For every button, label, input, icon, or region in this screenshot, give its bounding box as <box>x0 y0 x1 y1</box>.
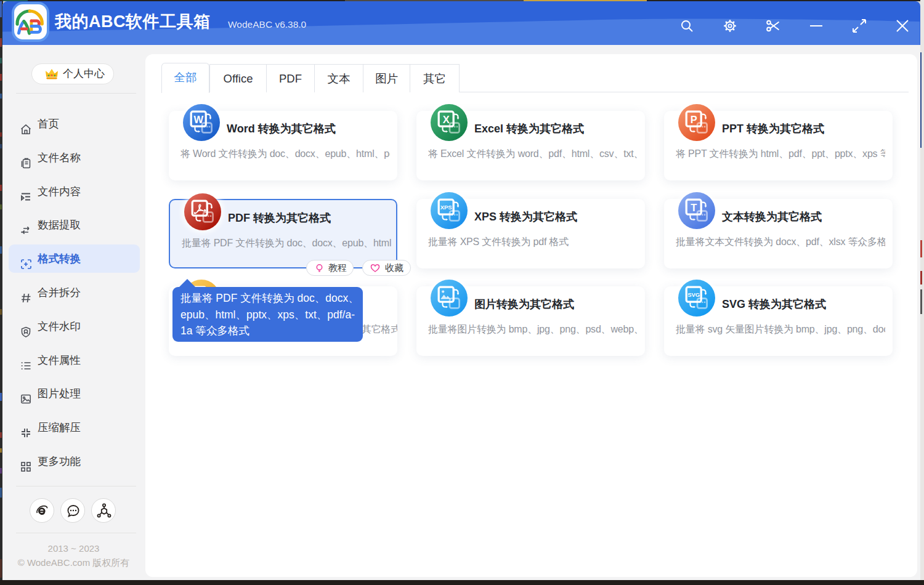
svg-text:W: W <box>193 114 203 125</box>
svg-text:X: X <box>443 114 450 125</box>
svg-text:T: T <box>691 202 697 213</box>
svg-text:P: P <box>691 114 697 125</box>
svg-text:XPS: XPS <box>440 204 452 211</box>
svg-text:SVG: SVG <box>687 291 700 298</box>
